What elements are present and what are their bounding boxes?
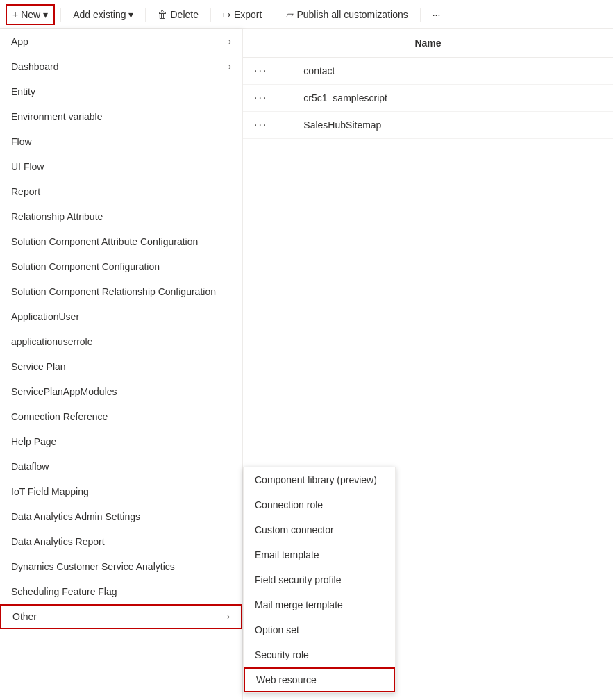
more-button[interactable]: ··· xyxy=(426,5,447,24)
menu-item-report[interactable]: Report xyxy=(0,179,242,204)
table-body: ···contact···cr5c1_samplescript···SalesH… xyxy=(243,58,613,139)
table-row: ···SalesHubSitemap xyxy=(243,112,613,139)
delete-label: Delete xyxy=(170,9,198,20)
menu-item-label: Solution Component Configuration xyxy=(11,261,160,272)
menu-item-environment-variable[interactable]: Environment variable xyxy=(0,104,242,129)
menu-item-data-analytics-admin-settings[interactable]: Data Analytics Admin Settings xyxy=(0,504,242,529)
menu-item-serviceplanappmodules[interactable]: ServicePlanAppModules xyxy=(0,379,242,404)
table-header: Name xyxy=(243,29,613,58)
left-menu: App›Dashboard›EntityEnvironment variable… xyxy=(0,29,243,700)
menu-item-iot-field-mapping[interactable]: IoT Field Mapping xyxy=(0,479,242,504)
menu-item-label: Report xyxy=(11,186,40,197)
menu-item-service-plan[interactable]: Service Plan xyxy=(0,354,242,379)
submenu-item-mail-merge-template[interactable]: Mail merge template xyxy=(244,592,395,617)
menu-item-label: Dataflow xyxy=(11,461,49,472)
menu-item-solution-component-configuration[interactable]: Solution Component Configuration xyxy=(0,254,242,279)
chevron-down-icon-2: ▾ xyxy=(128,9,133,20)
menu-item-label: Relationship Attribute xyxy=(11,211,103,222)
menu-item-label: Other xyxy=(12,611,37,622)
plus-icon: + xyxy=(12,9,18,20)
chevron-down-icon: ▾ xyxy=(43,9,48,20)
menu-item-label: Dashboard xyxy=(11,61,59,72)
row-name: contact xyxy=(276,65,602,76)
publish-all-button[interactable]: ▱ Publish all customizations xyxy=(280,5,414,24)
more-label: ··· xyxy=(433,9,441,20)
menu-item-entity[interactable]: Entity xyxy=(0,79,242,104)
row-context-menu-icon[interactable]: ··· xyxy=(254,65,267,77)
export-button[interactable]: ↦ Export xyxy=(217,5,268,24)
menu-item-label: applicationuserrole xyxy=(11,336,93,347)
menu-item-label: Entity xyxy=(11,86,35,97)
toolbar-divider-4 xyxy=(274,8,274,22)
menu-item-dataflow[interactable]: Dataflow xyxy=(0,454,242,479)
menu-item-dashboard[interactable]: Dashboard› xyxy=(0,54,242,79)
delete-button[interactable]: 🗑 Delete xyxy=(151,5,204,24)
menu-item-solution-component-attribute-configuration[interactable]: Solution Component Attribute Configurati… xyxy=(0,229,242,254)
menu-item-label: Help Page xyxy=(11,436,56,447)
chevron-right-icon: › xyxy=(228,37,231,47)
menu-item-applicationuserrole[interactable]: applicationuserrole xyxy=(0,329,242,354)
name-column-header: Name xyxy=(414,38,441,49)
menu-item-app[interactable]: App› xyxy=(0,29,242,54)
menu-item-label: Data Analytics Report xyxy=(11,536,105,547)
submenu-item-field-security-profile[interactable]: Field security profile xyxy=(244,567,395,592)
menu-item-label: ServicePlanAppModules xyxy=(11,386,117,397)
menu-item-label: Solution Component Relationship Configur… xyxy=(11,286,216,297)
menu-item-solution-component-relationship-configuration[interactable]: Solution Component Relationship Configur… xyxy=(0,279,242,304)
chevron-right-icon: › xyxy=(227,612,230,622)
menu-item-dynamics-customer-service-analytics[interactable]: Dynamics Customer Service Analytics xyxy=(0,554,242,579)
menu-item-label: Data Analytics Admin Settings xyxy=(11,511,140,522)
menu-item-scheduling-feature-flag[interactable]: Scheduling Feature Flag xyxy=(0,579,242,604)
main-content: App›Dashboard›EntityEnvironment variable… xyxy=(0,29,613,700)
menu-item-label: Environment variable xyxy=(11,111,103,122)
row-name: SalesHubSitemap xyxy=(276,119,602,131)
toolbar-divider-5 xyxy=(420,8,421,22)
menu-item-relationship-attribute[interactable]: Relationship Attribute xyxy=(0,204,242,229)
submenu-item-web-resource[interactable]: Web resource xyxy=(244,667,395,692)
row-context-menu-icon[interactable]: ··· xyxy=(254,119,267,131)
menu-item-label: Solution Component Attribute Configurati… xyxy=(11,236,198,247)
menu-item-label: Dynamics Customer Service Analytics xyxy=(11,561,175,572)
row-context-menu-icon[interactable]: ··· xyxy=(254,92,267,104)
menu-item-applicationuser[interactable]: ApplicationUser xyxy=(0,304,242,329)
submenu-item-connection-role[interactable]: Connection role xyxy=(244,492,395,517)
menu-item-label: App xyxy=(11,36,28,47)
add-existing-label: Add existing xyxy=(73,9,126,20)
menu-item-label: ApplicationUser xyxy=(11,311,79,322)
other-submenu: Component library (preview)Connection ro… xyxy=(243,467,396,693)
menu-item-flow[interactable]: Flow xyxy=(0,129,242,154)
chevron-right-icon: › xyxy=(228,62,231,72)
toolbar-divider-3 xyxy=(210,8,211,22)
publish-icon: ▱ xyxy=(286,9,294,20)
new-label: New xyxy=(21,9,40,20)
menu-item-ui-flow[interactable]: UI Flow xyxy=(0,154,242,179)
menu-item-label: IoT Field Mapping xyxy=(11,486,89,497)
submenu-item-component-library-(preview)[interactable]: Component library (preview) xyxy=(244,467,395,492)
row-name: cr5c1_samplescript xyxy=(276,92,602,103)
export-label: Export xyxy=(234,9,262,20)
menu-item-label: UI Flow xyxy=(11,161,44,172)
submenu-item-email-template[interactable]: Email template xyxy=(244,542,395,567)
table-row: ···cr5c1_samplescript xyxy=(243,85,613,112)
toolbar-divider-1 xyxy=(60,8,61,22)
menu-item-other[interactable]: Other› xyxy=(0,604,242,629)
table-row: ···contact xyxy=(243,58,613,85)
menu-item-label: Scheduling Feature Flag xyxy=(11,586,117,597)
submenu-item-security-role[interactable]: Security role xyxy=(244,642,395,667)
menu-item-data-analytics-report[interactable]: Data Analytics Report xyxy=(0,529,242,554)
publish-all-label: Publish all customizations xyxy=(296,9,408,20)
delete-icon: 🗑 xyxy=(158,9,167,20)
menu-item-label: Connection Reference xyxy=(11,411,108,422)
export-icon: ↦ xyxy=(223,9,231,20)
menu-item-connection-reference[interactable]: Connection Reference xyxy=(0,404,242,429)
menu-item-help-page[interactable]: Help Page xyxy=(0,429,242,454)
new-button[interactable]: + New ▾ xyxy=(6,4,55,25)
add-existing-button[interactable]: Add existing ▾ xyxy=(67,5,140,24)
submenu-item-option-set[interactable]: Option set xyxy=(244,617,395,642)
menu-item-label: Service Plan xyxy=(11,361,66,372)
submenu-item-custom-connector[interactable]: Custom connector xyxy=(244,517,395,542)
toolbar-divider-2 xyxy=(145,8,146,22)
toolbar: + New ▾ Add existing ▾ 🗑 Delete ↦ Export… xyxy=(0,0,613,29)
menu-item-label: Flow xyxy=(11,136,32,147)
